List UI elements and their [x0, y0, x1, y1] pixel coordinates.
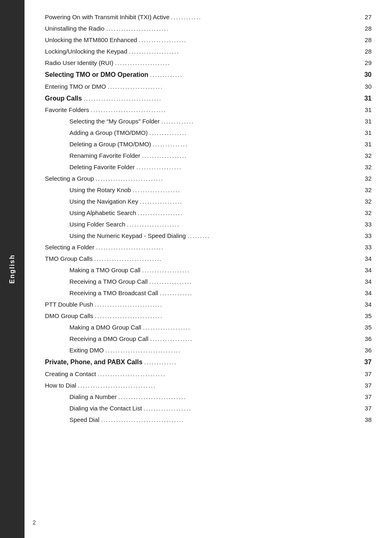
entry-page: 28: [365, 24, 372, 34]
entry-title: How to Dial: [45, 381, 76, 390]
toc-entry: Selecting the “My Groups” Folder .......…: [45, 117, 372, 126]
entry-title: Using the Rotary Knob: [45, 185, 131, 195]
entry-page: 32: [365, 208, 372, 218]
toc-entry: Making a TMO Group Call ................…: [45, 265, 372, 275]
entry-dots: ............: [171, 12, 363, 22]
entry-page: 37: [365, 404, 372, 413]
entry-dots: ......................: [115, 58, 363, 68]
toc-entry: Using the Rotary Knob ..................…: [45, 185, 372, 195]
main-content: Powering On with Transmit Inhibit (TXI) …: [24, 0, 392, 447]
entry-dots: ..................: [142, 151, 363, 161]
entry-page: 33: [365, 220, 372, 229]
entry-page: 34: [365, 265, 372, 275]
entry-title: Selecting a Group: [45, 174, 94, 184]
entry-page: 32: [365, 197, 372, 206]
entry-dots: .........: [187, 231, 363, 241]
entry-title: Receiving a TMO Broadcast Call: [45, 288, 158, 298]
entry-page: 27: [365, 12, 372, 22]
entry-page: 32: [365, 185, 372, 195]
entry-title: Group Calls: [45, 93, 82, 104]
entry-dots: ...................: [144, 404, 363, 413]
entry-dots: ...............................: [78, 381, 363, 390]
entry-title: Receiving a DMO Group Call: [45, 334, 148, 344]
entry-dots: ..............................: [91, 105, 363, 115]
entry-page: 34: [365, 277, 372, 287]
entry-dots: ...................: [139, 35, 363, 45]
entry-dots: .................: [140, 197, 363, 206]
toc-entry: Unlocking the MTM800 Enhanced ..........…: [45, 35, 372, 45]
entry-dots: ...........................: [96, 174, 363, 184]
entry-dots: ..............: [153, 139, 363, 149]
entry-title: TMO Group Calls: [45, 254, 93, 264]
toc-entry: Deleting a Group (TMO/DMO) .............…: [45, 139, 372, 149]
toc-entry: Locking/Unlocking the Keypad ...........…: [45, 47, 372, 56]
toc-entry: PTT Double Push ........................…: [45, 300, 372, 309]
entry-title: Receiving a TMO Group Call: [45, 277, 147, 287]
entry-dots: ...............: [149, 128, 363, 138]
entry-dots: .................: [150, 334, 363, 344]
entry-page: 38: [365, 415, 372, 425]
entry-title: Favorite Folders: [45, 105, 89, 115]
entry-title: Using the Navigation Key: [45, 197, 138, 206]
entry-dots: ...................: [142, 265, 363, 275]
entry-page: 31: [365, 117, 372, 126]
entry-dots: .................................: [101, 415, 363, 425]
entry-dots: .............: [160, 288, 363, 298]
entry-title: Locking/Unlocking the Keypad: [45, 47, 127, 56]
entry-page: 34: [365, 300, 372, 309]
entry-title: Private, Phone, and PABX Calls: [45, 357, 143, 368]
entry-title: Unlocking the MTM800 Enhanced: [45, 35, 137, 45]
entry-page: 35: [365, 323, 372, 332]
entry-dots: .................: [149, 277, 363, 287]
entry-page: 34: [365, 288, 372, 298]
entry-title: PTT Double Push: [45, 300, 93, 309]
entry-dots: ...................: [133, 185, 363, 195]
toc-entry: Radio User Identity (RUI) ..............…: [45, 58, 372, 68]
entry-page: 32: [365, 174, 372, 184]
sidebar-label: English: [9, 254, 16, 284]
toc-entry: Renaming Favorite Folder ...............…: [45, 151, 372, 161]
entry-title: Using Alphabetic Search: [45, 208, 136, 218]
toc-entry: Speed Dial .............................…: [45, 415, 372, 425]
entry-page: 29: [365, 58, 372, 68]
entry-page: 37: [365, 369, 372, 379]
entry-page: 30: [364, 69, 372, 80]
entry-title: Deleting Favorite Folder: [45, 162, 135, 172]
entry-page: 33: [365, 242, 372, 252]
entry-dots: ......................: [108, 82, 363, 92]
toc-entry: How to Dial ............................…: [45, 381, 372, 390]
entry-page: 28: [365, 35, 372, 45]
toc-entry: TMO Group Calls ........................…: [45, 254, 372, 264]
entry-dots: ...........................: [95, 311, 363, 321]
entry-dots: .....................: [127, 220, 363, 229]
entry-page: 31: [365, 139, 372, 149]
entry-dots: ..................: [136, 162, 363, 172]
entry-title: Selecting the “My Groups” Folder: [45, 117, 160, 126]
entry-dots: .............: [144, 357, 363, 367]
toc-entry: Receiving a DMO Group Call .............…: [45, 334, 372, 344]
toc-entry: Selecting TMO or DMO Operation .........…: [45, 69, 372, 80]
entry-title: Selecting TMO or DMO Operation: [45, 69, 148, 80]
entry-title: Dialing a Number: [45, 392, 117, 402]
entry-dots: ...................: [143, 323, 363, 332]
toc-entry: Private, Phone, and PABX Calls .........…: [45, 357, 372, 368]
toc-entry: Selecting a Group ......................…: [45, 174, 372, 184]
entry-page: 37: [364, 357, 372, 368]
entry-dots: ..............................: [105, 345, 363, 355]
entry-page: 34: [365, 254, 372, 264]
toc-entry: Dialing via the Contact List ...........…: [45, 404, 372, 413]
entry-page: 36: [365, 345, 372, 355]
entry-page: 32: [365, 162, 372, 172]
toc-entry: Adding a Group (TMO/DMO) ...............…: [45, 128, 372, 138]
entry-page: 37: [365, 381, 372, 390]
entry-page: 30: [365, 82, 372, 92]
entry-dots: .........................: [106, 24, 363, 34]
entry-title: Deleting a Group (TMO/DMO): [45, 139, 151, 149]
entry-dots: ..................: [138, 208, 363, 218]
entry-page: 31: [365, 128, 372, 138]
toc-entry: Using Folder Search ....................…: [45, 220, 372, 229]
entry-page: 28: [365, 47, 372, 56]
entry-title: Powering On with Transmit Inhibit (TXI) …: [45, 12, 169, 22]
toc-entry: DMO Group Calls ........................…: [45, 311, 372, 321]
toc-entry: Making a DMO Group Call ................…: [45, 323, 372, 332]
